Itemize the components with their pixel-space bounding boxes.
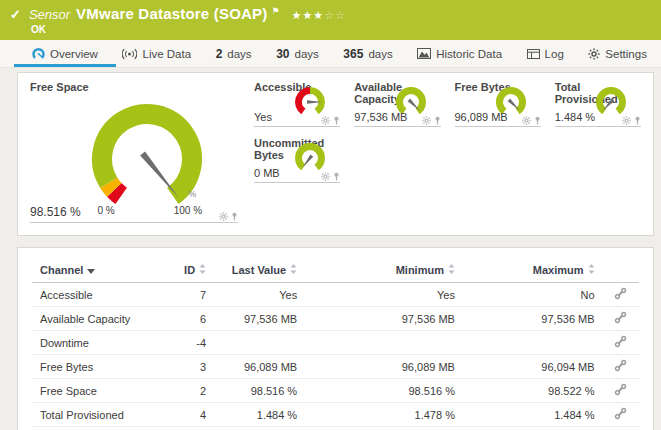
channel-settings-wrench-icon[interactable] [614, 335, 627, 348]
cell-minimum: 98.516 % [305, 379, 463, 403]
cell-channel: Downtime [32, 331, 172, 355]
gauge-tile-actions [522, 116, 541, 125]
tab-label: Historic Data [436, 48, 502, 60]
cell-actions [603, 331, 639, 355]
gauge-tile-available-capacity[interactable]: Available Capacity97,536 MB [354, 81, 440, 127]
cell-id: 6 [172, 307, 214, 331]
cell-channel: Accessible [32, 283, 172, 307]
channel-row-total-provisioned[interactable]: Total Provisioned41.484 %1.478 %1.484 % [32, 403, 639, 427]
tab-log[interactable]: Log [523, 40, 568, 67]
channel-row-downtime[interactable]: Downtime-4 [32, 331, 639, 355]
channel-row-free-space[interactable]: Free Space298.516 %98.516 %98.522 % [32, 379, 639, 403]
tab-settings[interactable]: Settings [584, 40, 651, 67]
cell-minimum: 96,089 MB [305, 355, 463, 379]
channel-pin-icon[interactable] [534, 116, 541, 125]
gauge-tile-uncommitted-bytes[interactable]: Uncommitted Bytes0 MB [254, 137, 340, 183]
tab-historic-data[interactable]: Historic Data [413, 40, 506, 67]
tab-2-days[interactable]: 2days [212, 40, 256, 67]
channel-gear-icon[interactable] [522, 116, 531, 125]
tab-label: days [227, 48, 251, 60]
channel-gear-icon[interactable] [622, 116, 631, 125]
column-header-last[interactable]: Last Value [214, 260, 305, 283]
cell-channel: Free Bytes [32, 355, 172, 379]
channel-row-uncommitted-bytes[interactable]: Uncommitted Bytes50 MB0 MB0 MB [32, 427, 639, 430]
column-header-id[interactable]: ID [172, 260, 214, 283]
cell-actions [603, 379, 639, 403]
gauge-value: 96,089 MB [455, 111, 508, 123]
sensor-status: OK [31, 24, 661, 35]
tab-365-days[interactable]: 365days [339, 40, 396, 67]
star-filled-icon[interactable]: ★ [302, 9, 313, 21]
column-header-max[interactable]: Maximum [463, 260, 603, 283]
cell-actions [603, 427, 639, 430]
star-empty-icon[interactable]: ☆ [335, 9, 346, 21]
cell-last-value: 96,089 MB [214, 355, 305, 379]
cell-maximum [463, 331, 603, 355]
cell-minimum: 1.478 % [305, 403, 463, 427]
sensor-kind-label: Sensor [29, 7, 70, 22]
gauge-tile-free-bytes[interactable]: Free Bytes96,089 MB [455, 81, 541, 127]
channel-gear-icon[interactable] [321, 116, 330, 125]
channel-pin-icon[interactable] [434, 116, 441, 125]
tab-live-data[interactable]: Live Data [118, 40, 195, 67]
flag-icon[interactable]: ⚑ [271, 6, 279, 16]
channel-gear-icon[interactable] [219, 212, 228, 221]
cell-minimum: Yes [305, 283, 463, 307]
channel-settings-wrench-icon[interactable] [614, 407, 627, 420]
cell-channel: Free Space [32, 379, 172, 403]
channel-row-accessible[interactable]: Accessible7YesYesNo [32, 283, 639, 307]
sort-toggle-icon [290, 264, 297, 276]
star-empty-icon[interactable]: ☆ [324, 9, 335, 21]
cell-maximum: 0 MB [463, 427, 603, 430]
gauge-tile-accessible[interactable]: AccessibleYes [254, 81, 340, 127]
cell-last-value [214, 331, 305, 355]
tab-overview[interactable]: Overview [28, 40, 102, 67]
column-header-channel[interactable]: Channel [32, 260, 172, 283]
channel-gear-icon[interactable] [422, 116, 431, 125]
column-label: Minimum [396, 264, 444, 276]
channel-settings-wrench-icon[interactable] [614, 287, 627, 300]
tab-30-days[interactable]: 30days [272, 40, 323, 67]
priority-stars[interactable]: ★★★☆☆ [292, 9, 346, 22]
channel-pin-icon[interactable] [333, 172, 340, 181]
gauge-value: 0 MB [254, 167, 280, 179]
gauge-tile-free-space[interactable]: Free Space 0 %100 %% 98.516 % [30, 81, 238, 223]
cell-actions [603, 403, 639, 427]
channel-settings-wrench-icon[interactable] [614, 359, 627, 372]
channel-settings-wrench-icon[interactable] [614, 311, 627, 324]
log-icon [527, 49, 540, 59]
cell-channel: Available Capacity [32, 307, 172, 331]
tab-label: days [368, 48, 392, 60]
column-label: ID [184, 264, 195, 276]
channel-row-free-bytes[interactable]: Free Bytes396,089 MB96,089 MB96,094 MB [32, 355, 639, 379]
cell-actions [603, 307, 639, 331]
tab-label: Live Data [142, 48, 191, 60]
star-filled-icon[interactable]: ★ [313, 9, 324, 21]
gauges-panel: Free Space 0 %100 %% 98.516 % Accessible… [17, 72, 654, 236]
chart-icon [417, 48, 431, 59]
cell-maximum: 96,094 MB [463, 355, 603, 379]
gauge-tile-total-provisioned[interactable]: Total Provisioned1.484 % [555, 81, 641, 127]
cell-id: 5 [172, 427, 214, 430]
tab-number: 30 [276, 47, 289, 61]
gauge-value: 97,536 MB [354, 111, 407, 123]
column-label: Channel [40, 264, 83, 276]
tab-bar: OverviewLive Data2days30days365daysHisto… [0, 40, 661, 68]
channel-settings-wrench-icon[interactable] [614, 383, 627, 396]
cell-maximum: 1.484 % [463, 403, 603, 427]
gauge-tile-actions [422, 116, 441, 125]
channel-pin-icon[interactable] [333, 116, 340, 125]
channel-gear-icon[interactable] [321, 172, 330, 181]
channel-row-available-capacity[interactable]: Available Capacity697,536 MB97,536 MB97,… [32, 307, 639, 331]
tab-label: Settings [605, 48, 647, 60]
channel-pin-icon[interactable] [231, 212, 238, 221]
cell-actions [603, 283, 639, 307]
tab-number: 365 [343, 47, 363, 61]
cell-last-value: Yes [214, 283, 305, 307]
channel-pin-icon[interactable] [634, 116, 641, 125]
column-header-min[interactable]: Minimum [305, 260, 463, 283]
star-filled-icon[interactable]: ★ [292, 9, 303, 21]
column-header-actions [603, 260, 639, 283]
gear-icon [588, 48, 600, 60]
cell-actions [603, 355, 639, 379]
